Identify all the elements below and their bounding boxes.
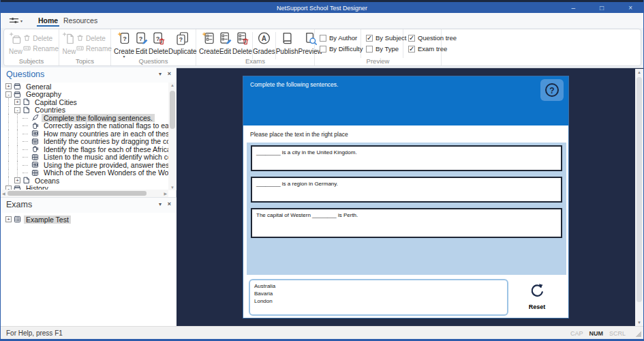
publish-button[interactable]: Publish [276,31,298,58]
checkbox-by-subject[interactable]: By Subject [366,34,398,42]
tree-item-label: Geography [24,90,63,98]
question-tree-item[interactable]: +Capital Cities [1,98,168,106]
expander-minus-icon[interactable]: - [5,91,12,98]
expander-minus-icon[interactable]: - [14,107,20,113]
new-topic-button[interactable]: New [62,31,76,58]
resize-grip[interactable] [635,331,641,337]
exams-tree: +Example Test [1,216,177,325]
rename-subject-button[interactable]: Rename [23,44,59,54]
expander-plus-icon[interactable]: + [14,177,20,183]
checkbox-exam-tree[interactable]: Exam tree [408,45,437,53]
expander-plus-icon[interactable]: + [5,216,12,222]
question-tree-item[interactable]: Complete the following sentences. [1,114,168,122]
delete-exam-button[interactable]: Delete [232,31,252,58]
delete-subject-button[interactable]: Delete [23,33,59,44]
create-exam-button[interactable]: Create [199,31,218,58]
sentence-drop-target[interactable]: ________ is a region in Germany. [251,177,562,203]
question-tree-item[interactable]: -Countries [1,106,168,115]
answer-item[interactable]: London [254,297,503,305]
new-subject-button[interactable]: New [8,31,23,58]
panel-close-icon[interactable] [168,201,171,207]
question-tree-item[interactable]: +Oceans [1,177,168,185]
edit-question-button[interactable]: ? Edit [134,31,149,58]
close-button[interactable]: × [628,4,632,12]
tree-guide-line [5,106,14,115]
checkbox-label: By Author [329,34,357,42]
scroll-right-icon[interactable] [164,191,167,196]
checkbox-icon [320,46,326,53]
sentence-drop-target[interactable]: ________ is a city in the United Kingdom… [251,145,562,171]
edit-exam-button[interactable]: Edit [218,31,232,58]
question-tree-item[interactable]: Identify the countries by dragging the c… [1,138,168,146]
minimize-button[interactable]: – [572,4,576,12]
tab-home[interactable]: Home [38,13,58,28]
checkbox-by-difficulty[interactable]: By Difficulty [320,45,356,53]
tree-connector [22,122,31,130]
panel-close-icon[interactable] [168,70,171,77]
rename-topic-button[interactable]: Rename [76,44,112,54]
scroll-lock-indicator: SCRL [609,330,626,337]
group-label-topics: Topics [59,57,110,65]
tree-connector [22,153,31,162]
scrollbar-thumb[interactable] [637,77,642,302]
panel-pin-dropdown-icon[interactable] [159,201,162,207]
question-preview-card: Complete the following sentences. ? Plea… [243,76,569,318]
scroll-up-icon[interactable] [168,83,177,87]
question-tree-item[interactable]: +General [1,83,168,91]
grades-button[interactable]: A Grades [253,31,275,58]
question-tree-item[interactable]: -Geography [1,91,168,99]
status-bar: For Help, press F1 CAP NUM SCRL [1,326,643,339]
question-tree-item[interactable]: How many countries are in each of these … [1,130,168,138]
duplicate-question-button[interactable]: ? Duplicate [168,31,197,58]
panel-pin-dropdown-icon[interactable] [159,71,162,77]
tree-item-label: Identify the flags for each of these Afr… [42,145,168,153]
questions-tree: +General-Geography+Capital Cities-Countr… [1,83,168,190]
create-exam-label: Create [199,48,218,55]
question-tree-item[interactable]: Using the picture provided, answer these… [1,161,168,169]
tree-guide-line [5,177,14,185]
scroll-down-icon[interactable] [635,321,643,325]
preview-vertical-scrollbar[interactable] [635,69,643,326]
question-tree-item[interactable]: Listen to the music and identify which c… [1,153,168,162]
status-help-text: For Help, press F1 [6,329,63,337]
tree-guide-line [14,138,22,146]
delete-exam-icon [235,36,249,48]
question-tree-item[interactable]: Which of the Seven Wonders of the World … [1,169,168,177]
reset-button[interactable]: Reset [519,282,555,310]
help-button[interactable]: ? [540,79,564,101]
scroll-up-icon[interactable] [635,70,643,74]
question-tree-item[interactable]: Correctly assign the national flags to e… [1,122,168,130]
checkbox-question-tree[interactable]: Question tree [408,34,437,42]
questions-horizontal-scrollbar[interactable] [1,190,168,197]
delete-question-button[interactable]: ? Delete [149,31,168,58]
checkbox-by-type[interactable]: By Type [366,45,398,53]
questions-vertical-scrollbar[interactable] [168,83,177,190]
sentence-drop-target[interactable]: The capital of Western ________ is Perth… [251,208,562,238]
scrollbar-thumb[interactable] [170,91,175,129]
q-drag-icon [31,122,40,130]
expander-plus-icon[interactable]: + [14,99,20,105]
scrollbar-thumb[interactable] [7,191,147,196]
group-label-exams: Exams [196,57,314,65]
tab-resources[interactable]: Resources [63,13,97,28]
answer-item[interactable]: Bavaria [254,290,503,297]
tree-item-label: Complete the following sentences. [42,114,155,122]
delete-question-label: Delete [149,48,168,55]
scroll-down-icon[interactable] [168,186,177,190]
question-tree-item[interactable]: Identify the flags for each of these Afr… [1,145,168,153]
exam-tree-item[interactable]: +Example Test [1,216,177,224]
expander-plus-icon[interactable]: + [5,83,12,89]
scroll-left-icon[interactable] [2,191,5,196]
maximize-button[interactable]: □ [600,4,604,12]
create-question-button[interactable]: ? Create ▾ [114,31,134,58]
answer-item[interactable]: Australia [254,282,503,290]
tree-item-label: Capital Cities [33,98,79,106]
delete-topic-button[interactable]: Delete [76,33,112,44]
app-window: NetSupport School Test Designer – □ × Ho… [0,0,644,341]
sliders-icon [9,16,19,25]
quick-access-menu-button[interactable] [9,16,22,25]
answer-word-list[interactable]: Australia Bavaria London [249,279,508,316]
duplicate-question-icon: ? [175,36,189,48]
drop-zone-panel: ________ is a city in the United Kingdom… [247,143,566,275]
checkbox-by-author[interactable]: By Author [320,34,356,42]
